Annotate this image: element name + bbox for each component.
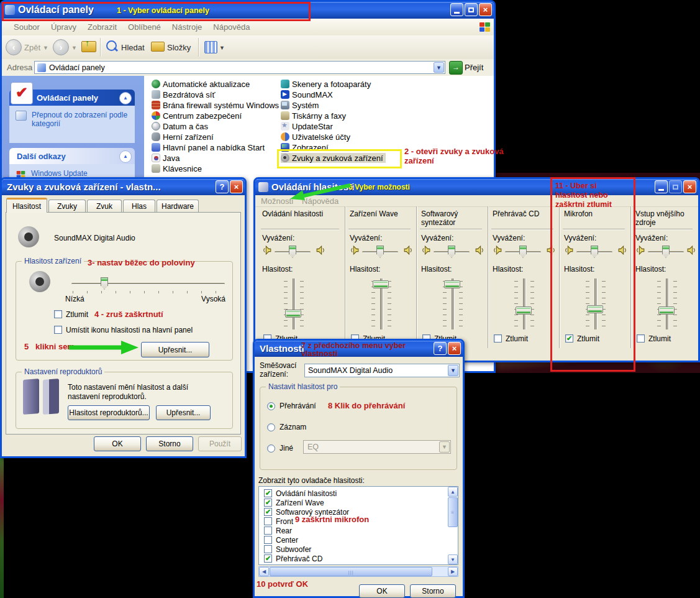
- scroll-right-icon[interactable]: ▶: [448, 567, 458, 576]
- close-button[interactable]: ×: [683, 180, 696, 193]
- menu-oblibene[interactable]: Oblíbené: [122, 22, 166, 32]
- go-icon[interactable]: →: [449, 61, 463, 75]
- balance-slider[interactable]: [275, 245, 311, 259]
- back-button-icon[interactable]: ‹: [6, 39, 22, 55]
- cp-item[interactable]: Hlavní panel a nabídka Start: [152, 142, 265, 152]
- help-button[interactable]: ?: [216, 180, 229, 193]
- advanced-speakers-button[interactable]: Upřesnit...: [156, 405, 211, 420]
- collapse-chevron-icon[interactable]: ▲: [119, 92, 132, 104]
- cp-item[interactable]: Java: [152, 153, 180, 163]
- tab-hlas[interactable]: Hlas: [123, 200, 155, 213]
- horizontal-scrollbar[interactable]: ◀ ||| ▶: [258, 566, 458, 577]
- close-button[interactable]: ×: [230, 180, 243, 193]
- mute-checkbox[interactable]: [637, 334, 645, 343]
- item-checkbox[interactable]: ✔: [264, 508, 272, 516]
- forward-dropdown-icon[interactable]: ▼: [71, 45, 77, 51]
- item-checkbox[interactable]: ✔: [264, 489, 272, 497]
- volume-slider[interactable]: [371, 278, 391, 329]
- address-dropdown-icon[interactable]: ▼: [434, 62, 444, 73]
- maximize-button[interactable]: [669, 180, 682, 193]
- cancel-button[interactable]: Storno: [146, 436, 193, 451]
- views-dropdown-icon[interactable]: ▼: [219, 45, 225, 51]
- help-button[interactable]: ?: [434, 342, 447, 355]
- volume-slider[interactable]: [443, 278, 463, 329]
- cp-item[interactable]: Klávesnice: [152, 163, 202, 173]
- close-button[interactable]: ×: [479, 3, 492, 16]
- speaker-volume-button[interactable]: Hlasitost reproduktorů...: [68, 405, 150, 420]
- volume-controls-list[interactable]: ✔Ovládání hlasitosti ✔Zařízení Wave ✔Sof…: [258, 486, 458, 565]
- close-button[interactable]: ×: [448, 342, 461, 355]
- chevron-down-icon[interactable]: ▼: [448, 365, 458, 376]
- list-item[interactable]: ✔Ovládání hlasitosti: [259, 489, 337, 498]
- volume-slider[interactable]: [657, 278, 677, 329]
- menu-napoveda[interactable]: Nápověda: [207, 22, 255, 32]
- cp-item[interactable]: Datum a čas: [152, 121, 208, 131]
- menu-nastroje[interactable]: Nástroje: [166, 22, 207, 32]
- mixer-device-select[interactable]: SoundMAX Digital Audio ▼: [304, 364, 460, 377]
- cp-item[interactable]: Brána firewall systému Windows: [152, 100, 279, 110]
- item-checkbox[interactable]: [264, 527, 272, 535]
- switch-category-view-link[interactable]: Přepnout do zobrazení podle kategorií: [32, 111, 129, 138]
- scroll-down-icon[interactable]: ▼: [448, 554, 458, 564]
- tab-zvuky[interactable]: Zvuky: [48, 200, 86, 213]
- mute-checkbox[interactable]: [494, 334, 502, 343]
- minimize-button[interactable]: [450, 3, 463, 16]
- list-item[interactable]: Front: [259, 517, 293, 526]
- mute-checkbox[interactable]: [54, 310, 62, 318]
- control-panel-titlebar[interactable]: Ovládací panely 1 - Vyber ovládací panel…: [2, 2, 494, 19]
- back-button-label[interactable]: Zpět: [24, 43, 40, 52]
- ok-button[interactable]: OK: [359, 584, 405, 598]
- address-input[interactable]: Ovládací panely ▼: [34, 61, 445, 74]
- tab-hlasitost[interactable]: Hlasitost: [6, 198, 47, 213]
- device-volume-slider[interactable]: [71, 277, 225, 291]
- balance-slider[interactable]: [648, 245, 684, 259]
- balance-slider[interactable]: [434, 245, 470, 259]
- scroll-left-icon[interactable]: ◀: [259, 567, 269, 576]
- cp-item[interactable]: Skenery a fotoaparáty: [281, 79, 371, 89]
- list-item[interactable]: Subwoofer: [259, 545, 311, 554]
- views-icon[interactable]: [204, 41, 217, 53]
- scrollbar-thumb[interactable]: ≡: [448, 497, 458, 527]
- item-checkbox[interactable]: [264, 545, 272, 553]
- item-checkbox[interactable]: ✔: [264, 499, 272, 507]
- folders-button-label[interactable]: Složky: [167, 43, 191, 52]
- ok-button[interactable]: OK: [94, 436, 141, 451]
- volume-slider[interactable]: [284, 278, 304, 329]
- cp-item[interactable]: Centrum zabezpečení: [152, 111, 242, 121]
- volume-slider[interactable]: [514, 278, 534, 329]
- back-dropdown-icon[interactable]: ▼: [43, 45, 48, 51]
- record-radio[interactable]: [267, 423, 275, 431]
- menu-soubor[interactable]: Soubor: [8, 22, 45, 32]
- advanced-button[interactable]: Upřesnit...: [141, 342, 209, 357]
- properties-titlebar[interactable]: Vlastnosti 7 z předchozího menu vyber vl…: [255, 341, 463, 357]
- other-radio[interactable]: [267, 444, 275, 453]
- menu-upravy[interactable]: Úpravy: [45, 22, 82, 32]
- item-checkbox[interactable]: [264, 536, 272, 544]
- cp-item[interactable]: Automatické aktualizace: [152, 79, 250, 89]
- cancel-button[interactable]: Storno: [410, 584, 456, 598]
- go-button-label[interactable]: Přejít: [465, 63, 483, 72]
- forward-button-icon[interactable]: ›: [53, 39, 69, 55]
- item-checkbox[interactable]: [264, 517, 272, 525]
- minimize-button[interactable]: [655, 180, 668, 193]
- tab-hardware[interactable]: Hardware: [157, 200, 199, 213]
- scrollbar-thumb[interactable]: |||: [270, 567, 432, 576]
- apply-button[interactable]: Použít: [198, 436, 242, 451]
- balance-slider[interactable]: [362, 245, 398, 259]
- sound-dialog-titlebar[interactable]: Zvuky a zvuková zařízení - vlastn... ? ×: [2, 179, 245, 195]
- search-button-label[interactable]: Hledat: [121, 43, 145, 52]
- cp-item[interactable]: SoundMAX: [281, 90, 333, 99]
- list-item[interactable]: Center: [259, 535, 298, 545]
- balance-slider[interactable]: [505, 245, 541, 259]
- list-item[interactable]: ✔Zařízení Wave: [259, 498, 324, 507]
- list-item[interactable]: ✔Přehrávač CD: [259, 554, 322, 563]
- tab-zvuk[interactable]: Zvuk: [87, 200, 122, 213]
- maximize-button[interactable]: [465, 3, 478, 16]
- folders-icon[interactable]: [151, 42, 165, 52]
- cp-item[interactable]: Tiskárny a faxy: [281, 111, 346, 121]
- cp-item[interactable]: UpdateStar: [281, 121, 333, 131]
- collapse-chevron-icon[interactable]: ▲: [119, 150, 132, 163]
- scroll-up-icon[interactable]: ▲: [448, 487, 458, 497]
- cp-item[interactable]: Herní zařízení: [152, 132, 214, 142]
- cp-item[interactable]: Bezdrátová síť: [152, 90, 215, 99]
